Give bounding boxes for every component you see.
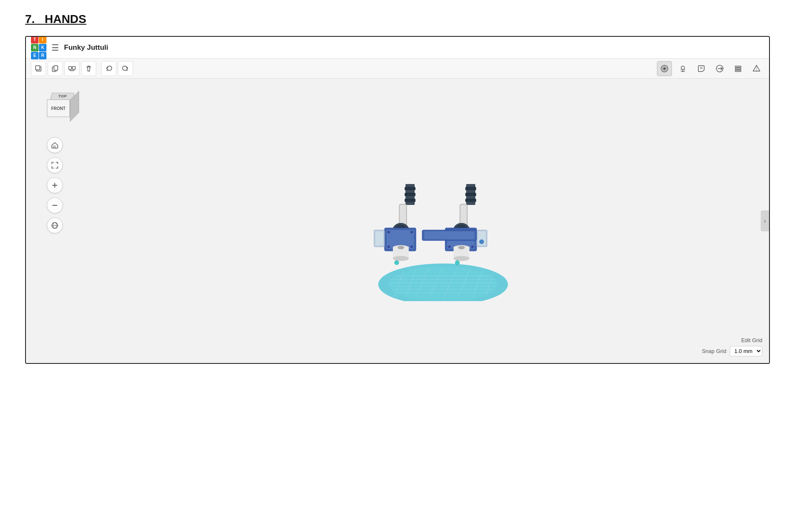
svg-point-7 [663,67,666,70]
svg-point-65 [395,261,399,265]
svg-point-84 [471,246,474,248]
svg-rect-43 [405,193,415,196]
snap-grid-row: Snap Grid 1.0 mm 0.5 mm 2.0 mm 5.0 mm [702,346,762,356]
logo-cell-k: K [39,44,46,51]
logo-cell-r: R [39,52,46,59]
svg-rect-15 [735,70,741,72]
fit-view-btn[interactable] [47,157,63,173]
logo-cell-i: I [39,36,46,43]
tinkercad-logo[interactable]: T I N K E R [31,36,46,59]
notes-btn[interactable] [694,61,709,76]
project-name[interactable]: Funky Juttuli [64,43,108,52]
section-number: 7. [25,13,35,26]
right-panel-toggle[interactable]: › [761,210,769,231]
cube-front-face: FRONT [47,100,70,117]
copy-btn[interactable] [31,61,46,76]
svg-point-63 [393,256,409,261]
svg-point-56 [410,231,413,233]
svg-rect-69 [465,193,476,196]
svg-point-64 [398,246,404,249]
toolbar-group-history [101,61,133,76]
viewport[interactable]: TOP FRONT [26,79,769,363]
redo-btn[interactable] [118,61,133,76]
toolbar-right [657,61,764,76]
perspective-btn[interactable] [47,217,63,233]
svg-rect-3 [54,66,58,70]
svg-rect-68 [466,190,475,193]
group-btn[interactable] [64,61,80,76]
zoom-out-btn[interactable] [47,197,63,213]
svg-point-92 [455,261,459,265]
svg-rect-5 [72,66,75,69]
toolbar [26,59,769,79]
logo-cell-t: T [31,36,38,43]
svg-point-87 [480,240,484,244]
svg-rect-4 [69,66,72,69]
snap-grid-label: Snap Grid [702,348,726,354]
svg-rect-13 [735,66,741,67]
svg-rect-42 [405,190,415,193]
3d-model [366,167,525,301]
top-bar: T I N K E R ☰ Funky Juttuli [26,37,769,59]
svg-rect-72 [466,202,475,205]
svg-point-90 [454,256,469,261]
svg-rect-45 [405,199,415,202]
snap-grid-select[interactable]: 1.0 mm 0.5 mm 2.0 mm 5.0 mm [730,346,762,356]
zoom-in-btn[interactable] [47,177,63,193]
cube-3d: TOP FRONT [47,91,80,125]
tinkercad-app: T I N K E R ☰ Funky Juttuli [25,36,770,364]
svg-point-9 [681,66,685,69]
svg-point-55 [387,231,390,233]
layers-btn[interactable] [731,61,746,76]
home-view-btn[interactable] [47,137,63,153]
undo-btn[interactable] [101,61,116,76]
left-controls [47,137,63,233]
logo-cell-n: N [31,44,38,51]
share-btn[interactable] [712,61,727,76]
robot-svg [366,167,525,301]
svg-rect-67 [465,187,476,190]
svg-rect-94 [424,231,474,239]
svg-point-83 [448,246,451,248]
svg-rect-70 [466,196,475,199]
orientation-cube[interactable]: TOP FRONT [47,91,80,129]
logo-cell-e: E [31,52,38,59]
bottom-right-controls: Edit Grid Snap Grid 1.0 mm 0.5 mm 2.0 mm… [702,337,762,356]
svg-rect-44 [405,196,415,199]
light-btn[interactable] [675,61,690,76]
delete-btn[interactable] [81,61,96,76]
view-mode-btn[interactable] [657,61,672,76]
svg-point-57 [387,246,390,248]
svg-rect-40 [405,184,415,187]
svg-point-25 [389,267,498,301]
svg-point-91 [458,246,465,249]
document-icon[interactable]: ☰ [51,43,59,53]
svg-rect-14 [735,68,741,69]
svg-rect-71 [465,199,476,202]
edit-grid-button[interactable]: Edit Grid [741,337,762,343]
section-title: HANDS [45,13,87,26]
duplicate-btn[interactable] [48,61,63,76]
page-heading: 7. HANDS [25,13,770,26]
svg-rect-66 [466,184,475,187]
svg-rect-41 [405,187,415,190]
svg-rect-60 [375,231,383,246]
svg-rect-46 [405,202,415,205]
svg-point-58 [410,246,413,248]
svg-rect-1 [36,66,40,70]
chevron-right-icon: › [764,217,766,224]
toolbar-group-objects [31,61,96,76]
geometry-btn[interactable] [749,61,764,76]
